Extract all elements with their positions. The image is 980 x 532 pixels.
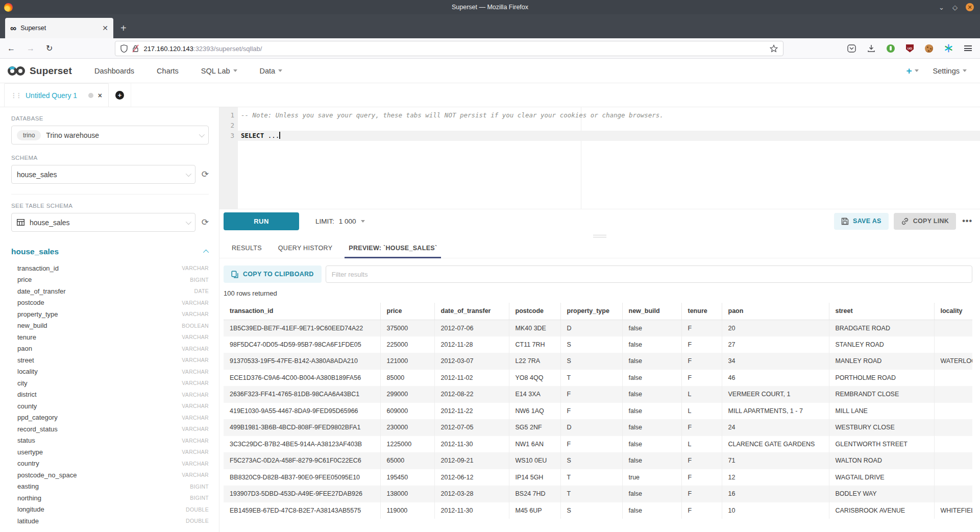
column-header[interactable]: postcode [509,303,560,320]
column-name: county [17,402,182,410]
schema-column-row[interactable]: transaction_idVARCHAR [11,262,209,274]
schema-column-row[interactable]: record_statusVARCHAR [11,423,209,435]
column-header[interactable]: transaction_id [224,303,380,320]
schema-column-row[interactable]: ppd_categoryVARCHAR [11,412,209,424]
table-cell: F [681,320,722,336]
copy-to-clipboard-button[interactable]: COPY TO CLIPBOARD [224,265,322,283]
nav-item-data[interactable]: Data [249,67,294,75]
filter-results-input[interactable] [326,265,972,283]
extension-green-icon[interactable] [887,44,895,53]
query-tab[interactable]: ⋮⋮ Untitled Query 1 × [4,83,109,107]
column-header[interactable]: locality [934,303,972,320]
table-cell: 138000 [380,486,434,502]
back-icon[interactable]: ← [7,44,15,53]
pocket-icon[interactable] [847,44,856,53]
new-query-tab-button[interactable]: + [109,83,131,107]
column-header[interactable]: tenure [681,303,722,320]
table-cell: 2012-07-06 [434,320,509,336]
limit-dropdown[interactable]: LIMIT: 1 000 [315,217,365,225]
more-options-button[interactable]: ••• [962,216,972,226]
close-icon[interactable]: ✕ [966,3,974,11]
table-cell: 225000 [380,336,434,353]
schema-column-row[interactable]: tenureVARCHAR [11,331,209,343]
schema-column-row[interactable]: localityVARCHAR [11,366,209,378]
run-button[interactable]: RUN [224,212,299,230]
snowflake-extension-icon[interactable] [944,44,953,53]
schema-column-row[interactable]: property_typeVARCHAR [11,308,209,320]
table-cell: WS10 0EU [509,452,560,469]
minimize-icon[interactable]: ⌄ [939,4,944,11]
column-header[interactable]: property_type [560,303,622,320]
column-type: VARCHAR [182,392,209,398]
nav-item-dashboards[interactable]: Dashboards [83,67,145,75]
schema-column-row[interactable]: postcode_no_spaceVARCHAR [11,469,209,481]
downloads-icon[interactable] [867,44,875,53]
pane-splitter[interactable] [219,233,980,239]
table-cell [934,436,972,453]
table-cell: false [622,419,681,436]
tracking-shield-icon[interactable] [120,44,128,53]
column-header[interactable]: new_build [622,303,681,320]
schema-column-row[interactable]: districtVARCHAR [11,389,209,401]
reload-icon[interactable]: ↻ [46,43,53,53]
schema-column-row[interactable]: postcodeVARCHAR [11,297,209,309]
save-as-button[interactable]: SAVE AS [834,213,889,230]
table-select[interactable]: house_sales [11,213,195,232]
table-cell: ECE1D376-C9A6-4C00-B004-A380B189FA56 [224,370,380,386]
column-header[interactable]: price [380,303,434,320]
url-bar[interactable]: 217.160.120.143:32393/superset/sqllab/ [115,41,783,56]
forward-icon[interactable]: → [27,44,35,53]
results-tab-2[interactable]: PREVIEW: `HOUSE_SALES` [340,239,445,258]
schema-column-row[interactable]: cityVARCHAR [11,377,209,389]
maximize-icon[interactable]: ◇ [952,4,958,11]
table-schema-title[interactable]: house_sales [11,247,205,256]
schema-column-row[interactable]: streetVARCHAR [11,354,209,366]
schema-column-row[interactable]: eastingBIGINT [11,481,209,493]
schema-column-row[interactable]: longitudeDOUBLE [11,504,209,516]
ublock-icon[interactable]: UO [906,44,914,53]
nav-item-charts[interactable]: Charts [145,67,190,75]
results-tab-1[interactable]: QUERY HISTORY [270,239,340,258]
table-cell: 10 [722,502,829,519]
schema-column-row[interactable]: latitudeDOUBLE [11,515,209,527]
query-tab-close-icon[interactable]: × [98,91,102,100]
table-cell: 27 [722,336,829,353]
nav-item-sql-lab[interactable]: SQL Lab [190,67,249,75]
menu-hamburger-icon[interactable] [964,45,972,51]
schema-column-row[interactable]: statusVARCHAR [11,435,209,447]
column-header[interactable]: paon [722,303,829,320]
table-cell: REMBRANDT CLOSE [829,386,934,403]
schema-column-row[interactable]: date_of_transferDATE [11,285,209,297]
schema-column-row[interactable]: usertypeVARCHAR [11,446,209,458]
table-cell: D [560,320,622,336]
column-type: VARCHAR [182,357,209,363]
schema-select[interactable]: house_sales [11,165,195,184]
copy-link-button[interactable]: COPY LINK [894,213,957,230]
sql-editor[interactable]: 1 2 3 -- Note: Unless you save your quer… [219,107,980,209]
schema-column-row[interactable]: countryVARCHAR [11,458,209,470]
refresh-schema-icon[interactable]: ⟳ [202,169,209,180]
schema-column-row[interactable]: countyVARCHAR [11,400,209,412]
column-name: ppd_category [17,414,182,421]
schema-column-row[interactable]: priceBIGINT [11,274,209,286]
column-header[interactable]: date_of_transfer [434,303,509,320]
cookie-extension-icon[interactable] [925,44,933,53]
database-select[interactable]: trino Trino warehouse [11,126,209,144]
new-item-button[interactable]: + [906,65,918,77]
column-header[interactable]: street [829,303,934,320]
schema-column-row[interactable]: northingBIGINT [11,492,209,504]
settings-menu[interactable]: Settings [933,67,967,75]
superset-brand[interactable]: Superset [0,65,72,77]
tab-close-icon[interactable]: ✕ [102,24,108,32]
insecure-lock-icon[interactable] [132,44,139,53]
drag-handle-icon[interactable]: ⋮⋮ [11,92,21,99]
database-type-badge: trino [17,130,41,140]
results-tab-0[interactable]: RESULTS [224,239,270,258]
schema-column-row[interactable]: new_buildBOOLEAN [11,320,209,332]
refresh-table-icon[interactable]: ⟳ [202,217,209,228]
browser-tab[interactable]: ∞ Superset ✕ [5,18,113,38]
bookmark-star-icon[interactable] [770,44,778,53]
new-tab-button[interactable]: + [120,22,127,38]
schema-column-row[interactable]: paonVARCHAR [11,343,209,355]
table-cell: 24 [722,419,829,436]
